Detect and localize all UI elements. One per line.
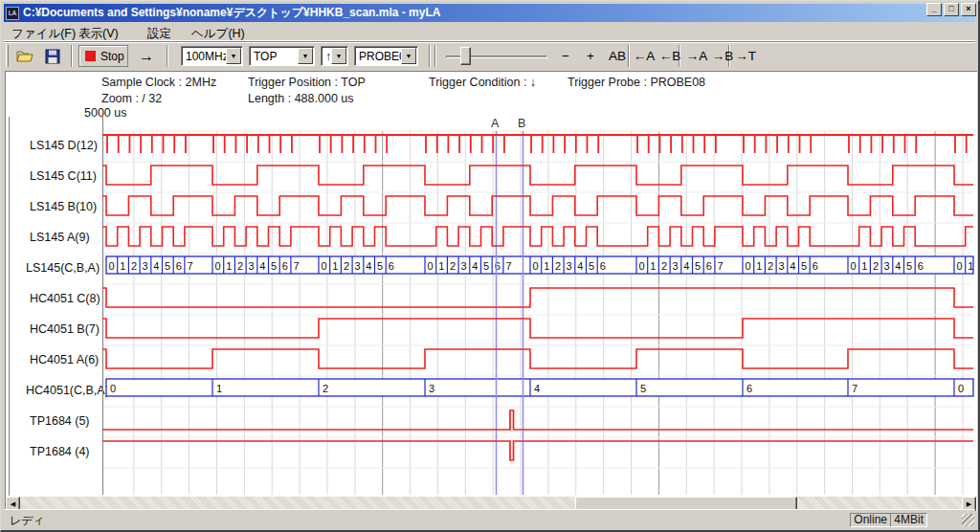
signal-3 bbox=[102, 196, 973, 215]
svg-text:1: 1 bbox=[216, 383, 222, 394]
svg-text:3: 3 bbox=[673, 260, 679, 272]
svg-text:5: 5 bbox=[640, 383, 646, 394]
waveform-canvas: 0123456701234567012345601234567012345601… bbox=[1, 1, 980, 532]
svg-text:3: 3 bbox=[249, 260, 255, 272]
svg-text:2: 2 bbox=[873, 260, 879, 272]
svg-text:1: 1 bbox=[968, 260, 973, 272]
svg-text:6: 6 bbox=[918, 260, 924, 272]
signal-11 bbox=[102, 441, 973, 460]
svg-text:1: 1 bbox=[226, 260, 232, 272]
status-ready-text: レディ bbox=[10, 513, 45, 529]
svg-text:6: 6 bbox=[706, 260, 712, 272]
svg-text:3: 3 bbox=[143, 260, 148, 272]
svg-text:4: 4 bbox=[895, 260, 901, 272]
app-window: LA C:¥Documents and Settings¥noname¥デスクト… bbox=[0, 0, 980, 532]
svg-text:1: 1 bbox=[332, 260, 338, 272]
svg-text:6: 6 bbox=[746, 383, 752, 394]
svg-text:5: 5 bbox=[483, 260, 489, 272]
svg-text:2: 2 bbox=[323, 383, 328, 394]
svg-text:2: 2 bbox=[555, 260, 561, 272]
svg-text:6: 6 bbox=[282, 260, 288, 272]
svg-text:0: 0 bbox=[639, 260, 645, 272]
svg-text:5: 5 bbox=[906, 260, 912, 272]
svg-text:4: 4 bbox=[534, 383, 540, 394]
svg-text:0: 0 bbox=[533, 260, 539, 272]
svg-text:1: 1 bbox=[650, 260, 656, 272]
signal-10 bbox=[102, 410, 973, 430]
svg-text:4: 4 bbox=[683, 260, 689, 272]
resize-grip[interactable] bbox=[962, 514, 974, 526]
svg-text:2: 2 bbox=[131, 260, 137, 272]
svg-text:6: 6 bbox=[176, 260, 182, 272]
svg-text:5: 5 bbox=[377, 260, 383, 272]
svg-text:5: 5 bbox=[801, 260, 807, 272]
svg-text:0: 0 bbox=[746, 260, 751, 272]
signal-7 bbox=[102, 319, 973, 338]
svg-text:7: 7 bbox=[293, 260, 299, 272]
svg-text:2: 2 bbox=[768, 260, 773, 272]
svg-text:5: 5 bbox=[695, 260, 701, 272]
svg-text:3: 3 bbox=[779, 260, 785, 272]
svg-text:7: 7 bbox=[852, 383, 858, 394]
status-online-badge: Online bbox=[850, 513, 891, 527]
svg-text:3: 3 bbox=[355, 260, 361, 272]
signal-2 bbox=[102, 166, 973, 185]
svg-text:4: 4 bbox=[577, 260, 583, 272]
svg-text:4: 4 bbox=[790, 260, 795, 272]
svg-text:0: 0 bbox=[958, 383, 964, 394]
svg-text:5: 5 bbox=[589, 260, 594, 272]
svg-text:3: 3 bbox=[567, 260, 572, 272]
svg-text:0: 0 bbox=[215, 260, 221, 272]
svg-text:3: 3 bbox=[884, 260, 890, 272]
svg-text:1: 1 bbox=[756, 260, 762, 272]
svg-text:2: 2 bbox=[661, 260, 667, 272]
svg-text:4: 4 bbox=[366, 260, 371, 272]
svg-text:7: 7 bbox=[187, 260, 192, 272]
svg-text:4: 4 bbox=[153, 260, 159, 272]
svg-text:3: 3 bbox=[461, 260, 467, 272]
svg-text:0: 0 bbox=[110, 383, 116, 394]
signal-6 bbox=[102, 288, 973, 307]
svg-text:5: 5 bbox=[271, 260, 277, 272]
status-memory-badge: 4MBit bbox=[890, 513, 927, 527]
svg-text:6: 6 bbox=[389, 260, 394, 272]
svg-text:4: 4 bbox=[472, 260, 478, 272]
svg-text:2: 2 bbox=[450, 260, 456, 272]
status-bar: レディ Online 4MBit bbox=[4, 509, 975, 527]
svg-text:1: 1 bbox=[861, 260, 867, 272]
svg-text:1: 1 bbox=[120, 260, 125, 272]
svg-text:0: 0 bbox=[428, 260, 434, 272]
svg-text:7: 7 bbox=[717, 260, 723, 272]
svg-text:5: 5 bbox=[165, 260, 170, 272]
svg-text:7: 7 bbox=[505, 260, 511, 272]
svg-text:1: 1 bbox=[544, 260, 549, 272]
svg-text:6: 6 bbox=[495, 260, 501, 272]
signal-8 bbox=[102, 349, 973, 368]
svg-text:0: 0 bbox=[322, 260, 327, 272]
svg-text:0: 0 bbox=[851, 260, 857, 272]
svg-text:0: 0 bbox=[957, 260, 963, 272]
svg-text:6: 6 bbox=[600, 260, 606, 272]
svg-text:2: 2 bbox=[344, 260, 349, 272]
svg-text:6: 6 bbox=[813, 260, 818, 272]
svg-text:3: 3 bbox=[429, 383, 434, 394]
signal-4 bbox=[102, 227, 973, 246]
svg-text:1: 1 bbox=[438, 260, 444, 272]
svg-text:4: 4 bbox=[259, 260, 265, 272]
bus-ls bbox=[106, 256, 973, 274]
svg-text:2: 2 bbox=[237, 260, 243, 272]
svg-text:0: 0 bbox=[109, 260, 115, 272]
